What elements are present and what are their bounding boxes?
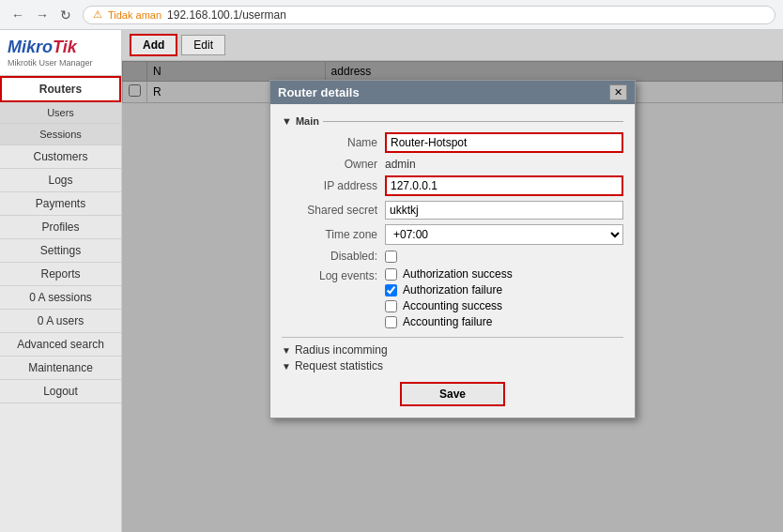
request-statistics-label: Request statistics xyxy=(295,359,383,372)
sidebar-item-logout[interactable]: Logout xyxy=(0,380,121,403)
timezone-select[interactable]: +07:00 +08:00 +09:00 UTC -05:00 xyxy=(385,224,623,245)
disabled-checkbox[interactable] xyxy=(385,251,397,263)
acct-success-label: Accounting success xyxy=(403,299,502,312)
name-input[interactable] xyxy=(385,132,623,153)
browser-chrome: ← → ↻ ⚠ Tidak aman 192.168.100.1/userman xyxy=(0,0,783,30)
sidebar-item-profiles[interactable]: Profiles xyxy=(0,216,121,239)
triangle-radius: ▼ xyxy=(282,345,291,356)
secret-row: Shared secret xyxy=(282,201,623,220)
modal-overlay: Router details ✕ ▼ Main Name xyxy=(122,61,783,532)
ip-row: IP address xyxy=(282,175,623,196)
acct-success-checkbox[interactable] xyxy=(385,300,397,312)
auth-failure-row: Authorization failure xyxy=(385,283,623,296)
log-events-checkboxes: Authorization success Authorization fail… xyxy=(385,267,623,331)
auth-success-label: Authorization success xyxy=(403,267,513,281)
disabled-label: Disabled: xyxy=(282,250,385,263)
auth-failure-checkbox[interactable] xyxy=(385,284,397,296)
request-statistics-row[interactable]: ▼ Request statistics xyxy=(282,359,623,372)
sidebar-item-logs[interactable]: Logs xyxy=(0,169,121,192)
name-row: Name xyxy=(282,132,623,153)
sidebar-item-0a-sessions[interactable]: 0 A sessions xyxy=(0,286,121,310)
triangle-main: ▼ xyxy=(282,115,292,127)
save-row: Save xyxy=(282,382,623,406)
main-section-header: ▼ Main xyxy=(282,115,623,127)
sidebar: MikroTik Mikrotik User Manager Routers U… xyxy=(0,30,122,532)
save-button[interactable]: Save xyxy=(400,382,505,406)
sidebar-item-settings[interactable]: Settings xyxy=(0,239,121,263)
not-secure-text: Tidak aman xyxy=(108,9,161,21)
sidebar-item-customers[interactable]: Customers xyxy=(0,145,121,169)
main-section-label: Main xyxy=(296,115,319,127)
app-container: MikroTik Mikrotik User Manager Routers U… xyxy=(0,30,783,532)
table-area: N address R 0.1 Router det xyxy=(122,61,783,532)
modal-body: ▼ Main Name Owner admin xyxy=(270,104,635,418)
auth-success-row: Authorization success xyxy=(385,267,623,281)
sidebar-item-reports[interactable]: Reports xyxy=(0,263,121,286)
back-button[interactable]: ← xyxy=(8,6,28,24)
acct-failure-label: Accounting failure xyxy=(403,315,492,328)
acct-success-row: Accounting success xyxy=(385,299,623,312)
divider-1 xyxy=(282,337,623,338)
url-text: 192.168.100.1/userman xyxy=(167,8,286,22)
timezone-label: Time zone xyxy=(282,228,385,241)
sidebar-item-payments[interactable]: Payments xyxy=(0,192,121,216)
timezone-row: Time zone +07:00 +08:00 +09:00 UTC -05:0… xyxy=(282,224,623,245)
sidebar-item-users[interactable]: Users xyxy=(0,102,121,124)
auth-success-checkbox[interactable] xyxy=(385,268,397,281)
refresh-button[interactable]: ↻ xyxy=(56,6,75,24)
triangle-request: ▼ xyxy=(282,361,291,372)
owner-value: admin xyxy=(385,158,416,171)
logo: MikroTik xyxy=(8,38,114,57)
sidebar-item-0a-users[interactable]: 0 A users xyxy=(0,310,121,333)
modal-title: Router details xyxy=(278,85,360,99)
toolbar: Add Edit xyxy=(122,30,783,61)
ip-label: IP address xyxy=(282,179,385,192)
lock-icon: ⚠ xyxy=(93,8,102,21)
log-events-label: Log events: xyxy=(282,267,385,282)
owner-label: Owner xyxy=(282,158,385,171)
sidebar-item-advanced-search[interactable]: Advanced search xyxy=(0,333,121,357)
name-label: Name xyxy=(282,136,385,149)
edit-button[interactable]: Edit xyxy=(181,35,225,55)
main-content: Add Edit N address R 0.1 xyxy=(122,30,783,532)
ip-input[interactable] xyxy=(385,175,623,196)
secret-label: Shared secret xyxy=(282,204,385,217)
modal-close-button[interactable]: ✕ xyxy=(609,84,627,100)
disabled-row: Disabled: xyxy=(282,250,623,263)
sidebar-item-sessions[interactable]: Sessions xyxy=(0,124,121,145)
sidebar-item-routers[interactable]: Routers xyxy=(0,76,121,102)
acct-failure-row: Accounting failure xyxy=(385,315,623,328)
address-bar[interactable]: ⚠ Tidak aman 192.168.100.1/userman xyxy=(83,6,775,24)
log-events-row: Log events: Authorization success Author… xyxy=(282,267,623,331)
auth-failure-label: Authorization failure xyxy=(403,283,502,296)
secret-input[interactable] xyxy=(385,201,623,220)
nav-buttons: ← → ↻ xyxy=(8,6,75,24)
owner-row: Owner admin xyxy=(282,158,623,171)
logo-area: MikroTik Mikrotik User Manager xyxy=(0,30,121,76)
forward-button[interactable]: → xyxy=(32,6,53,24)
modal-titlebar: Router details ✕ xyxy=(270,81,635,104)
radius-incomming-label: Radius incomming xyxy=(295,343,388,357)
logo-subtitle: Mikrotik User Manager xyxy=(8,58,114,68)
acct-failure-checkbox[interactable] xyxy=(385,316,397,328)
router-details-modal: Router details ✕ ▼ Main Name xyxy=(269,80,636,418)
add-button[interactable]: Add xyxy=(130,34,177,56)
sidebar-item-maintenance[interactable]: Maintenance xyxy=(0,357,121,380)
radius-incomming-row[interactable]: ▼ Radius incomming xyxy=(282,343,623,357)
